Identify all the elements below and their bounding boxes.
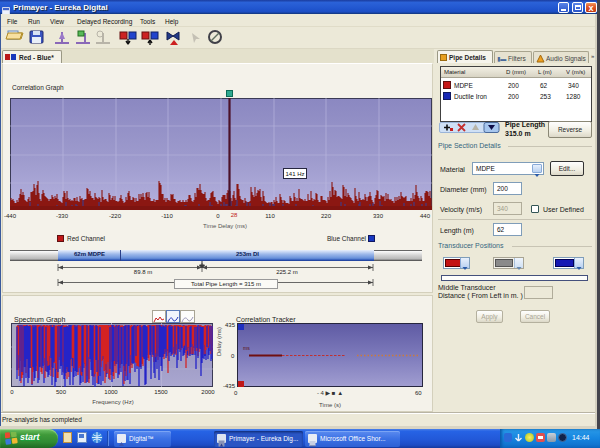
- svg-text:ms: ms: [243, 345, 250, 351]
